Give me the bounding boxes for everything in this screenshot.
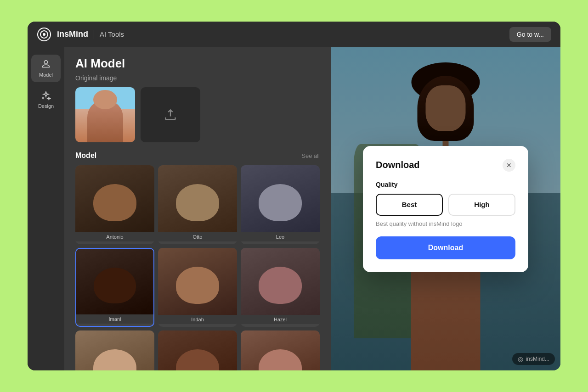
model-name-imani: Imani — [76, 314, 153, 324]
page-title: AI Model — [75, 47, 320, 74]
model-img-otto — [158, 165, 237, 232]
model-name-antonio: Antonio — [75, 232, 154, 241]
logo-text: insMind — [57, 29, 88, 39]
see-all-link[interactable]: See all — [301, 152, 320, 159]
sidebar-design-label: Design — [38, 103, 54, 109]
upload-slot[interactable] — [141, 87, 200, 142]
left-panel: AI Model Original image — [64, 47, 331, 370]
model-section-header: Model See all — [75, 151, 320, 160]
face-laura — [259, 349, 302, 370]
header-divider — [94, 30, 94, 39]
face-maya — [176, 349, 220, 370]
content-area: AI Model Original image — [64, 47, 560, 370]
quality-label: Quality — [376, 181, 515, 188]
model-section-title: Model — [75, 151, 96, 160]
modal-backdrop: Download ✕ Quality Best High Best qualit… — [331, 47, 560, 370]
sidebar: Model Design — [28, 47, 64, 370]
face-antonio — [93, 184, 137, 221]
upload-icon — [164, 108, 177, 121]
quality-btn-high[interactable]: High — [448, 194, 515, 216]
face-indah — [176, 267, 220, 303]
sidebar-item-model[interactable]: Model — [31, 55, 61, 82]
original-image-container — [75, 87, 320, 142]
face-otto — [176, 184, 220, 221]
face-mia — [93, 349, 137, 370]
download-button[interactable]: Download — [376, 236, 515, 259]
inner-layout: AI Model Original image — [64, 47, 560, 370]
model-card-hazel[interactable]: Hazel — [241, 248, 320, 327]
model-grid: Antonio Otto — [75, 165, 320, 370]
original-image-label: Original image — [75, 74, 320, 87]
model-img-hazel — [241, 248, 320, 315]
sidebar-model-label: Model — [39, 72, 53, 78]
main-layout: Model Design AI Model Original — [28, 47, 560, 370]
model-img-laura — [241, 330, 320, 370]
quality-options: Best High — [376, 194, 515, 216]
close-icon: ✕ — [506, 162, 512, 169]
model-card-mia[interactable]: Mia — [75, 330, 154, 370]
model-card-indah[interactable]: Indah — [158, 248, 237, 327]
model-card-imani[interactable]: Imani — [75, 248, 154, 327]
face-leo — [259, 184, 302, 221]
model-card-otto[interactable]: Otto — [158, 165, 237, 244]
header-left: insMind AI Tools — [37, 27, 124, 42]
model-img-mia — [75, 330, 154, 370]
logo-icon — [37, 27, 51, 42]
original-image-slot[interactable] — [75, 87, 135, 142]
header: insMind AI Tools Go to w... — [28, 22, 560, 47]
download-modal: Download ✕ Quality Best High Best qualit… — [363, 146, 528, 272]
svg-point-2 — [43, 33, 45, 36]
model-card-antonio[interactable]: Antonio — [75, 165, 154, 244]
model-name-leo: Leo — [241, 232, 320, 241]
model-img-indah — [158, 248, 237, 315]
model-icon — [40, 59, 51, 70]
modal-header: Download ✕ — [376, 159, 515, 172]
model-card-laura[interactable]: Laura — [241, 330, 320, 370]
quality-btn-best[interactable]: Best — [376, 194, 443, 216]
model-img-maya — [158, 330, 237, 370]
model-card-leo[interactable]: Leo — [241, 165, 320, 244]
design-icon — [40, 90, 51, 101]
sidebar-item-design[interactable]: Design — [31, 86, 61, 113]
model-name-hazel: Hazel — [241, 315, 320, 324]
model-img-imani — [76, 249, 153, 314]
ai-tools-label: AI Tools — [100, 30, 124, 38]
model-name-indah: Indah — [158, 315, 237, 324]
model-name-otto: Otto — [158, 232, 237, 241]
modal-title: Download — [376, 160, 420, 170]
model-card-maya[interactable]: Maya — [158, 330, 237, 370]
face-imani — [94, 268, 136, 304]
right-panel: ◎ insMind... Download ✕ — [331, 47, 560, 370]
face-hazel — [259, 267, 302, 303]
app-window: insMind AI Tools Go to w... Model — [28, 22, 560, 370]
model-img-antonio — [75, 165, 154, 232]
quality-description: Best quality without insMind logo — [376, 220, 515, 227]
modal-close-button[interactable]: ✕ — [503, 159, 515, 172]
model-img-leo — [241, 165, 320, 232]
go-to-button[interactable]: Go to w... — [509, 27, 551, 42]
